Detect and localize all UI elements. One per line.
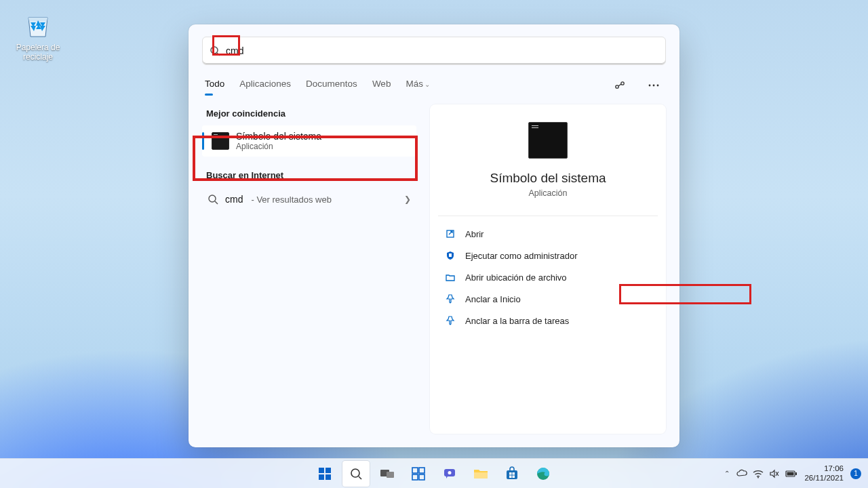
web-query: cmd	[225, 194, 243, 205]
web-search-result[interactable]: cmd - Ver resultados web ❯	[202, 187, 416, 211]
task-view-icon	[380, 468, 395, 480]
onedrive-icon[interactable]	[736, 469, 747, 479]
chevron-right-icon: ❯	[404, 195, 411, 204]
store-icon	[505, 466, 519, 481]
action-pin-taskbar[interactable]: Anclar a la barra de tareas	[438, 310, 658, 331]
microsoft-store-button[interactable]	[498, 461, 526, 487]
battery-icon[interactable]	[785, 470, 797, 478]
svg-point-3	[621, 82, 624, 85]
svg-rect-18	[387, 472, 394, 478]
svg-line-1	[217, 53, 220, 56]
preview-title: Símbolo del sistema	[490, 171, 606, 186]
preview-actions: Abrir Ejecutar como administrador Abrir …	[438, 223, 658, 331]
search-icon	[208, 194, 218, 205]
search-taskbar-button[interactable]	[342, 461, 370, 487]
taskbar-clock[interactable]: 17:06 26/11/2021	[804, 464, 844, 482]
devices-icon	[614, 79, 626, 92]
task-view-button[interactable]	[374, 461, 401, 487]
pin-icon	[445, 315, 456, 326]
pin-icon	[445, 293, 456, 304]
tab-all[interactable]: Todo	[205, 79, 224, 93]
action-open-location[interactable]: Abrir ubicación de archivo	[438, 266, 658, 288]
svg-rect-20	[419, 468, 425, 473]
widgets-button[interactable]	[405, 461, 432, 487]
search-icon	[349, 467, 363, 481]
svg-rect-28	[513, 472, 515, 475]
svg-point-32	[757, 476, 759, 478]
chat-button[interactable]	[436, 461, 463, 487]
action-open-label: Abrir	[465, 229, 484, 239]
windows-logo-icon	[317, 466, 332, 481]
start-button[interactable]	[311, 461, 338, 487]
search-flyout: Todo Aplicaciones Documentos Web Más⌄ Me…	[189, 24, 679, 447]
svg-point-6	[657, 85, 659, 87]
svg-rect-14	[326, 474, 331, 480]
svg-rect-21	[412, 474, 418, 480]
notification-badge[interactable]: 1	[850, 468, 861, 479]
svg-rect-29	[509, 475, 512, 478]
volume-muted-icon[interactable]	[769, 469, 780, 479]
edge-button[interactable]	[530, 461, 557, 487]
svg-rect-26	[507, 470, 517, 479]
svg-rect-10	[449, 253, 452, 257]
search-box[interactable]	[202, 37, 666, 65]
best-match-result[interactable]: Símbolo del sistema Aplicación	[202, 125, 416, 157]
preview-subtitle: Aplicación	[529, 188, 568, 198]
svg-rect-30	[513, 475, 515, 478]
search-options-button[interactable]	[644, 76, 663, 95]
action-pin-start[interactable]: Anclar a Inicio	[438, 288, 658, 310]
search-across-devices-button[interactable]	[610, 76, 629, 95]
system-tray: ⌃ 17:06 26/11/2021 1	[724, 464, 868, 482]
svg-rect-25	[474, 472, 488, 479]
file-explorer-button[interactable]	[467, 461, 494, 487]
svg-rect-11	[319, 468, 324, 473]
svg-line-8	[215, 201, 218, 204]
action-pin-taskbar-label: Anclar a la barra de tareas	[465, 316, 569, 326]
svg-point-0	[211, 47, 218, 54]
divider	[438, 216, 658, 216]
svg-rect-12	[326, 468, 331, 473]
edge-icon	[536, 466, 551, 481]
best-match-subtitle: Aplicación	[236, 142, 321, 151]
search-web-heading: Buscar en Internet	[202, 166, 416, 187]
svg-point-2	[616, 85, 618, 88]
best-match-heading: Mejor coincidencia	[202, 104, 416, 125]
search-tabs: Todo Aplicaciones Documentos Web Más⌄	[202, 76, 666, 95]
svg-rect-27	[509, 472, 512, 475]
preview-column: Símbolo del sistema Aplicación Abrir Eje…	[430, 104, 666, 434]
more-icon	[648, 84, 659, 87]
cmd-icon	[212, 132, 229, 150]
recycle-bin-icon	[22, 8, 54, 41]
recycle-bin-label: Papelera de reciclaje	[11, 43, 65, 62]
best-match-title: Símbolo del sistema	[236, 131, 321, 142]
wifi-icon[interactable]	[753, 469, 764, 479]
tab-documents[interactable]: Documentos	[306, 79, 357, 93]
svg-point-24	[448, 471, 452, 474]
action-open[interactable]: Abrir	[438, 223, 658, 245]
chevron-down-icon: ⌄	[425, 81, 430, 88]
tab-more[interactable]: Más⌄	[406, 79, 430, 93]
shield-icon	[445, 250, 456, 261]
folder-icon	[445, 272, 456, 283]
svg-line-16	[359, 476, 361, 479]
widgets-icon	[411, 466, 426, 481]
tray-overflow-button[interactable]: ⌃	[724, 470, 730, 477]
chat-icon	[442, 466, 457, 481]
action-open-location-label: Abrir ubicación de archivo	[465, 272, 567, 283]
results-column: Mejor coincidencia Símbolo del sistema A…	[202, 104, 420, 434]
svg-rect-13	[319, 474, 324, 480]
tab-web[interactable]: Web	[372, 79, 391, 93]
svg-point-15	[351, 469, 359, 477]
web-hint: - Ver resultados web	[251, 195, 332, 205]
svg-rect-35	[787, 472, 794, 475]
search-input[interactable]	[224, 45, 658, 57]
svg-rect-22	[419, 474, 425, 480]
recycle-bin-desktop-icon[interactable]: Papelera de reciclaje	[11, 8, 65, 62]
svg-point-4	[649, 85, 651, 87]
open-icon	[445, 228, 456, 239]
action-run-admin[interactable]: Ejecutar como administrador	[438, 245, 658, 266]
tab-apps[interactable]: Aplicaciones	[239, 79, 291, 93]
preview-app-icon	[528, 122, 568, 159]
action-pin-start-label: Anclar a Inicio	[465, 294, 521, 304]
clock-time: 17:06	[804, 464, 844, 473]
